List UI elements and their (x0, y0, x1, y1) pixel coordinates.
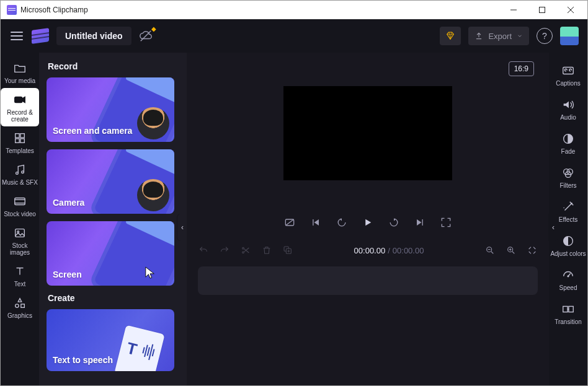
account-avatar[interactable] (560, 27, 579, 45)
timeline-track[interactable] (198, 266, 538, 295)
window-maximize-button[interactable] (528, 1, 556, 19)
person-avatar-icon (137, 179, 169, 211)
right-rail-collapse-button[interactable]: ‹ (548, 214, 558, 241)
window-minimize-button[interactable] (499, 1, 528, 19)
export-label: Export (488, 32, 512, 41)
right-rail: ‹ Captions Audio Fade Filters (549, 53, 587, 385)
fullscreen-button[interactable] (439, 216, 453, 229)
split-button[interactable] (240, 245, 251, 256)
delete-button[interactable] (261, 245, 272, 256)
video-preview-canvas[interactable] (283, 86, 452, 180)
rail-text[interactable]: Text (1, 260, 39, 291)
duplicate-button[interactable] (282, 245, 293, 256)
project-name-input[interactable]: Untitled video (56, 27, 131, 45)
templates-icon (13, 131, 27, 145)
rr-audio[interactable]: Audio (549, 93, 587, 125)
stock-video-icon (13, 195, 27, 208)
svg-point-28 (243, 252, 244, 253)
rr-speed[interactable]: Speed (549, 263, 587, 295)
seek-back-button[interactable] (335, 216, 349, 229)
svg-marker-24 (365, 219, 371, 226)
speed-icon (561, 268, 575, 282)
svg-point-27 (243, 247, 244, 249)
svg-rect-7 (20, 134, 24, 138)
tts-page-icon (114, 325, 164, 371)
titlebar: Microsoft Clipchamp (1, 1, 587, 19)
rail-music-sfx[interactable]: Music & SFX (1, 158, 39, 190)
card-label: Screen (53, 270, 82, 279)
premium-indicator-icon: ◆ (151, 25, 156, 32)
svg-point-42 (571, 203, 572, 204)
menu-button[interactable] (9, 29, 24, 43)
chevron-left-icon: ‹ (552, 223, 555, 232)
adjust-colors-icon (561, 234, 575, 248)
captions-icon (561, 64, 575, 77)
svg-rect-19 (21, 304, 25, 308)
card-label: Camera (53, 198, 84, 208)
svg-point-11 (22, 171, 24, 173)
svg-rect-5 (15, 97, 22, 102)
svg-line-4 (140, 31, 151, 42)
rail-stock-video[interactable]: Stock video (1, 190, 39, 221)
rr-captions[interactable]: Captions (549, 59, 587, 90)
card-text-to-speech[interactable]: Text to speech (47, 309, 174, 371)
svg-rect-15 (16, 229, 25, 237)
fade-icon (561, 132, 575, 146)
hide-preview-button[interactable] (283, 216, 296, 229)
time-duration: 00:00.00 (393, 246, 424, 255)
body-row: Your media Record & create Templates Mus… (1, 53, 587, 385)
help-button[interactable]: ? (537, 28, 553, 44)
rr-fade[interactable]: Fade (549, 127, 587, 159)
svg-rect-1 (540, 7, 545, 13)
app-window: Microsoft Clipchamp Untitled video ◆ Exp… (0, 0, 588, 386)
upgrade-premium-button[interactable] (440, 27, 461, 45)
zoom-fit-button[interactable] (527, 245, 538, 256)
rail-graphics[interactable]: Graphics (1, 291, 39, 323)
section-create-heading: Create (48, 293, 180, 303)
filters-icon (561, 166, 575, 180)
cloud-sync-off-icon[interactable]: ◆ (139, 29, 153, 43)
skip-start-button[interactable] (309, 216, 323, 229)
timeline-tracks[interactable] (187, 263, 549, 385)
card-label: Screen and camera (53, 126, 132, 136)
window-close-button[interactable] (556, 1, 585, 19)
section-record-heading: Record (48, 61, 180, 71)
audio-icon (561, 98, 575, 112)
person-avatar-icon (137, 107, 169, 139)
effects-icon (561, 200, 575, 214)
skip-end-button[interactable] (413, 216, 427, 229)
svg-line-31 (491, 252, 493, 253)
rail-templates[interactable]: Templates (1, 126, 39, 158)
rr-transition[interactable]: Transition (549, 297, 587, 329)
aspect-ratio-button[interactable]: 16:9 (509, 61, 534, 76)
card-screen-and-camera[interactable]: Screen and camera (47, 77, 174, 142)
app-icon (7, 5, 17, 15)
panel-collapse-button[interactable]: ‹ (177, 214, 187, 241)
rail-stock-images[interactable]: Stock images (1, 221, 39, 260)
play-button[interactable] (361, 216, 375, 229)
transport-controls (187, 216, 549, 229)
undo-button[interactable] (198, 245, 209, 256)
zoom-in-button[interactable] (506, 245, 517, 256)
svg-rect-46 (563, 306, 568, 312)
time-current: 00:00.00 (354, 246, 386, 255)
main-area: 16:9 (187, 53, 549, 385)
card-screen[interactable]: Screen (47, 221, 174, 286)
svg-marker-23 (314, 219, 319, 226)
svg-point-10 (16, 172, 19, 175)
redo-button[interactable] (219, 245, 230, 256)
rr-filters[interactable]: Filters (549, 161, 587, 193)
rail-your-media[interactable]: Your media (1, 56, 39, 88)
seek-forward-button[interactable] (387, 216, 401, 229)
card-camera[interactable]: Camera (47, 149, 174, 214)
svg-line-34 (512, 252, 514, 253)
export-button[interactable]: Export (468, 27, 529, 45)
window-title: Microsoft Clipchamp (20, 6, 88, 14)
rail-record-create[interactable]: Record & create (1, 88, 39, 126)
left-rail: Your media Record & create Templates Mus… (1, 53, 39, 385)
app-body: Untitled video ◆ Export ? Your (1, 19, 587, 385)
stock-images-icon (13, 226, 27, 240)
svg-rect-47 (569, 306, 573, 312)
clipchamp-logo-icon (32, 28, 49, 44)
zoom-out-button[interactable] (484, 245, 496, 256)
